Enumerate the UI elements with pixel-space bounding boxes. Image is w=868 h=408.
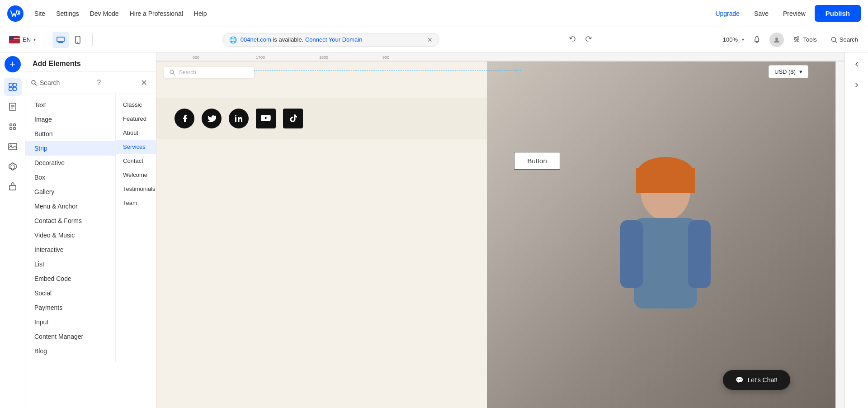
language-label: EN — [23, 36, 31, 43]
panel-search-button[interactable]: Search — [31, 79, 60, 86]
element-embed-code[interactable]: Embed Code — [25, 271, 115, 286]
chat-bubble[interactable]: 💬 Let's Chat! — [723, 370, 791, 390]
svg-point-27 — [13, 128, 15, 130]
ruler-top: 600 1700 1800 900 — [156, 52, 844, 62]
domain-globe-icon: 🌐 — [229, 36, 237, 43]
sidebar-apps-button[interactable] — [4, 118, 22, 136]
domain-close-button[interactable]: ✕ — [427, 36, 433, 43]
element-content-manager[interactable]: Content Manager — [25, 329, 115, 344]
svg-rect-0 — [57, 37, 64, 42]
chat-icon: 💬 — [736, 376, 743, 384]
domain-url: 004net.com is available. Connect Your Do… — [241, 36, 363, 43]
chat-label: Let's Chat! — [748, 376, 778, 384]
panel-search-label: Search — [40, 79, 60, 86]
element-blog[interactable]: Blog — [25, 344, 115, 358]
svg-rect-32 — [9, 185, 16, 190]
sidebar-components-button[interactable] — [4, 157, 22, 176]
element-button[interactable]: Button — [25, 127, 115, 141]
ruler-mark-1700: 1700 — [256, 55, 265, 60]
currency-dropdown[interactable]: USD ($) ▾ — [769, 65, 808, 78]
nav-help[interactable]: Help — [194, 10, 207, 17]
svg-point-12 — [797, 36, 799, 38]
element-input[interactable]: Input — [25, 315, 115, 329]
divider-1 — [46, 33, 46, 46]
svg-point-11 — [794, 38, 796, 40]
element-payments[interactable]: Payments — [25, 300, 115, 315]
element-contact-forms[interactable]: Contact & Forms — [25, 213, 115, 228]
category-about[interactable]: About — [116, 126, 156, 140]
domain-pill[interactable]: 🌐 004net.com is available. Connect Your … — [222, 33, 439, 47]
connect-domain-link[interactable]: Connect Your Domain — [305, 36, 362, 43]
nav-site[interactable]: Site — [34, 10, 45, 17]
category-featured[interactable]: Featured — [116, 112, 156, 126]
right-sidebar-show-button[interactable] — [849, 77, 865, 93]
element-interactive[interactable]: Interactive — [25, 242, 115, 257]
sidebar-elements-button[interactable] — [4, 78, 22, 96]
social-tiktok-icon — [283, 109, 303, 128]
language-selector[interactable]: EN ▾ — [5, 34, 39, 45]
sidebar-store-button[interactable] — [4, 177, 22, 195]
save-button[interactable]: Save — [749, 7, 774, 20]
publish-button[interactable]: Publish — [815, 5, 861, 22]
sidebar-pages-button[interactable] — [4, 98, 22, 116]
person-silhouette — [598, 137, 733, 408]
right-sidebar-hide-button[interactable] — [849, 56, 865, 72]
svg-point-29 — [10, 145, 12, 147]
preview-button[interactable]: Preview — [778, 7, 811, 20]
element-box[interactable]: Box — [25, 170, 115, 185]
undo-button[interactable] — [567, 33, 578, 46]
social-linkedin-icon — [229, 109, 249, 128]
canvas-content: Search... USD ($) ▾ — [156, 62, 844, 408]
element-menu-anchor[interactable]: Menu & Anchor — [25, 199, 115, 213]
right-ruler — [835, 62, 844, 408]
element-social[interactable]: Social — [25, 286, 115, 300]
element-video-music[interactable]: Video & Music — [25, 228, 115, 242]
site-search-bar: Search... — [164, 67, 254, 78]
element-image[interactable]: Image — [25, 112, 115, 127]
mobile-view-button[interactable] — [70, 32, 86, 48]
zoom-chevron: ▾ — [742, 37, 744, 42]
svg-rect-39 — [620, 220, 643, 288]
social-twitter-icon — [202, 109, 222, 128]
add-element-button[interactable]: + — [5, 56, 21, 72]
domain-link[interactable]: 004net.com — [241, 36, 271, 43]
website-background: Search... USD ($) ▾ — [156, 62, 844, 408]
category-testimonials[interactable]: Testimonials — [116, 182, 156, 196]
element-text[interactable]: Text — [25, 98, 115, 112]
category-contact[interactable]: Contact — [116, 154, 156, 168]
nav-hire[interactable]: Hire a Professional — [130, 10, 183, 17]
element-strip[interactable]: Strip — [25, 141, 115, 156]
social-youtube-icon — [256, 109, 276, 128]
canvas-button[interactable]: Button — [514, 152, 560, 170]
redo-button[interactable] — [583, 33, 594, 46]
upgrade-button[interactable]: Upgrade — [710, 7, 745, 20]
desktop-view-button[interactable] — [52, 32, 69, 48]
tools-button[interactable]: Tools — [788, 33, 821, 46]
svg-line-15 — [835, 41, 837, 43]
svg-point-13 — [796, 40, 797, 42]
svg-point-5 — [77, 42, 78, 43]
person-area — [487, 62, 844, 408]
social-facebook-icon — [175, 109, 194, 128]
element-decorative[interactable]: Decorative — [25, 156, 115, 170]
nav-devmode[interactable]: Dev Mode — [90, 10, 119, 17]
search-button-bar[interactable]: Search — [826, 33, 863, 46]
category-welcome[interactable]: Welcome — [116, 168, 156, 182]
panel-help-button[interactable]: ? — [93, 76, 105, 89]
category-services[interactable]: Services — [116, 140, 156, 154]
element-gallery[interactable]: Gallery — [25, 185, 115, 199]
svg-rect-19 — [13, 87, 16, 90]
nav-settings[interactable]: Settings — [56, 10, 79, 17]
category-team[interactable]: Team — [116, 196, 156, 210]
bell-button[interactable] — [749, 32, 765, 48]
avatar[interactable] — [769, 33, 784, 47]
category-classic[interactable]: Classic — [116, 98, 156, 112]
panel-close-button[interactable]: ✕ — [138, 76, 151, 89]
divider-2 — [92, 33, 93, 46]
svg-rect-18 — [9, 87, 12, 90]
element-list[interactable]: List — [25, 257, 115, 271]
ruler-mark-1800: 1800 — [319, 55, 328, 60]
sidebar-media-button[interactable] — [4, 138, 22, 156]
domain-status: is available. — [273, 36, 305, 43]
zoom-value: 100% — [721, 36, 739, 43]
